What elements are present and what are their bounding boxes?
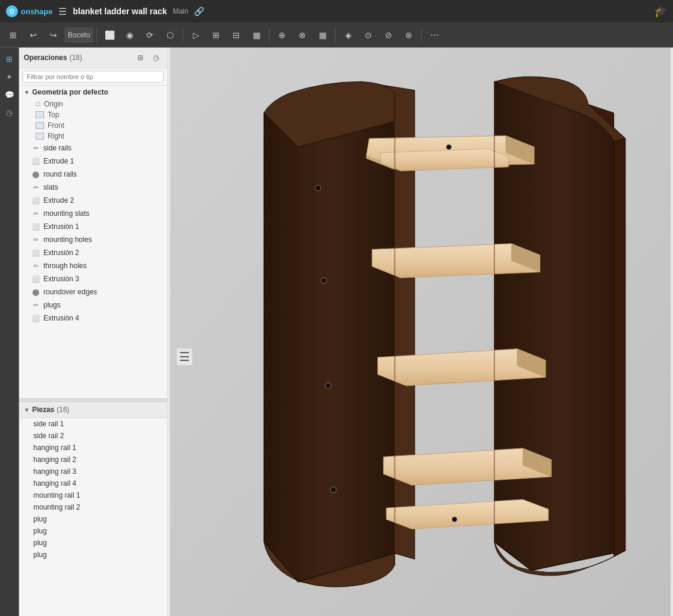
revolve-button[interactable]: ◉ [120,26,139,44]
part-plug-4[interactable]: plug [19,549,167,561]
topbar: O onshape ☰ blanket ladder wall rack Mai… [0,0,673,23]
history-icon[interactable]: ◷ [2,105,17,120]
parts-header: ▼ Piezas (16) [19,402,167,418]
shell-button[interactable]: ⊟ [227,26,246,44]
list-overlay-button[interactable]: ☰ [177,348,192,365]
select-tool-button[interactable]: ⊞ [4,26,23,44]
comments-icon[interactable]: 💬 [2,87,17,102]
roundover-edges-label: roundover edges [43,288,97,296]
part-label-hanging-rail-3: hanging rail 3 [33,467,76,476]
cylinder-icon-round-rails: ⬤ [31,169,40,179]
round-rails-label: round rails [43,170,77,178]
operations-count: (18) [70,54,82,62]
sketch-icon-through-holes: ✏ [31,261,40,271]
model-area: ☰ [168,48,673,616]
draft-button[interactable]: ▦ [247,26,266,44]
part-mounting-rail-2[interactable]: mounting rail 2 [19,501,167,513]
parts-section-header[interactable]: ▼ Piezas (16) [24,406,70,414]
part-plug-3[interactable]: plug [19,537,167,549]
chamfer-button[interactable]: ⊞ [206,26,226,44]
link-icon[interactable]: 🔗 [194,7,204,16]
cylinder-icon-roundover: ⬤ [31,287,40,297]
through-holes-item[interactable]: ✏ through holes [19,259,167,272]
part-label-plug-1: plug [33,515,47,523]
logo-icon: O [6,5,18,17]
part-hanging-rail-4[interactable]: hanging rail 4 [19,477,167,489]
extrusion1-item[interactable]: ⬜ Extrusión 1 [19,220,167,233]
feature-tree-icon[interactable]: ⊞ [2,51,17,67]
part-hanging-rail-2[interactable]: hanging rail 2 [19,454,167,466]
part-label-hanging-rail-4: hanging rail 4 [33,479,76,488]
undo-button[interactable]: ↩ [24,26,43,44]
extrusion4-item[interactable]: ⬜ Extrusión 4 [19,312,167,325]
toolbar-separator-5 [421,28,422,42]
part-hanging-rail-3[interactable]: hanging rail 3 [19,466,167,477]
measure-button[interactable]: ◈ [339,26,358,44]
part-plug-2[interactable]: plug [19,525,167,537]
part-side-rail-2[interactable]: side rail 2 [19,430,167,442]
default-geometry-section[interactable]: ▼ Geometría por defecto [19,86,167,99]
right-plane-item[interactable]: Right [19,131,167,142]
part-label-mounting-rail-1: mounting rail 1 [33,491,80,499]
appearance-button[interactable]: ⊛ [399,26,418,44]
pattern-button[interactable]: ▦ [313,26,332,44]
svg-point-2 [321,278,327,284]
mirror-button[interactable]: ⊗ [293,26,312,44]
round-rails-item[interactable]: ⬤ round rails [19,168,167,181]
logo-text: onshape [21,7,52,16]
mounting-holes-item[interactable]: ✏ mounting holes [19,233,167,246]
document-title: blanket ladder wall rack [73,7,167,16]
render-button[interactable]: ⊘ [379,26,398,44]
extrusion4-label: Extrusión 4 [43,314,79,322]
origin-item[interactable]: Origin [19,99,167,109]
viewport[interactable]: ☰ [168,48,673,616]
extrude-button[interactable]: ⬜ [100,26,119,44]
plane-icon-right [36,133,44,140]
origin-dot-icon [36,102,40,106]
model-svg [168,48,673,616]
filter-input[interactable] [23,71,164,83]
extrusion1-label: Extrusión 1 [43,222,79,231]
ops-clock-icon[interactable]: ◷ [149,51,162,64]
part-plug-1[interactable]: plug [19,513,167,525]
loft-button[interactable]: ⬡ [161,26,180,44]
hamburger-menu[interactable]: ☰ [58,6,67,17]
branch-label: Main [173,7,188,15]
part-label-plug-2: plug [33,527,47,535]
section-button[interactable]: ⊙ [359,26,378,44]
top-plane-item[interactable]: Top [19,109,167,120]
extrude2-item[interactable]: ⬜ Extrude 2 [19,194,167,207]
extrusion3-item[interactable]: ⬜ Extrusión 3 [19,272,167,285]
graduation-icon[interactable]: 🎓 [654,5,667,18]
left-iconbar: ⊞ ✦ 💬 ◷ [0,48,19,616]
part-side-rail-1[interactable]: side rail 1 [19,418,167,430]
side-rails-item[interactable]: ✏ side rails [19,142,167,155]
top-label: Top [48,111,59,119]
fillet-button[interactable]: ▷ [186,26,205,44]
sketch-icon-side-rails: ✏ [31,143,40,153]
boolean-button[interactable]: ⊕ [273,26,292,44]
slats-item[interactable]: ✏ slats [19,181,167,194]
svg-point-4 [330,487,336,493]
redo-button[interactable]: ↪ [44,26,63,44]
parts-title: Piezas [32,406,54,414]
extrusion2-item[interactable]: ⬜ Extrusión 2 [19,246,167,259]
more-button[interactable]: ⋯ [425,26,444,44]
part-hanging-rail-1[interactable]: hanging rail 1 [19,442,167,454]
sketch-button[interactable]: Boceto [64,27,93,43]
plugs-item[interactable]: ✏ plugs [19,298,167,312]
part-label-mounting-rail-2: mounting rail 2 [33,503,80,511]
parts-panel: ▼ Piezas (16) side rail 1 side rail 2 ha… [19,402,167,616]
side-rails-label: side rails [43,144,71,152]
sketch-icon-mounting-slats: ✏ [31,209,40,218]
ops-add-icon[interactable]: ⊞ [134,51,147,64]
mounting-slats-item[interactable]: ✏ mounting slats [19,207,167,220]
roundover-edges-item[interactable]: ⬤ roundover edges [19,285,167,298]
front-plane-item[interactable]: Front [19,120,167,131]
extrude1-item[interactable]: ⬜ Extrude 1 [19,155,167,168]
toolbar: ⊞ ↩ ↪ Boceto ⬜ ◉ ⟳ ⬡ ▷ ⊞ ⊟ ▦ ⊕ ⊗ ▦ ◈ ⊙ ⊘… [0,23,673,48]
solid-icon-extrusion1: ⬜ [31,222,40,231]
sweep-button[interactable]: ⟳ [140,26,159,44]
part-mounting-rail-1[interactable]: mounting rail 1 [19,489,167,501]
parts-icon[interactable]: ✦ [2,69,17,84]
